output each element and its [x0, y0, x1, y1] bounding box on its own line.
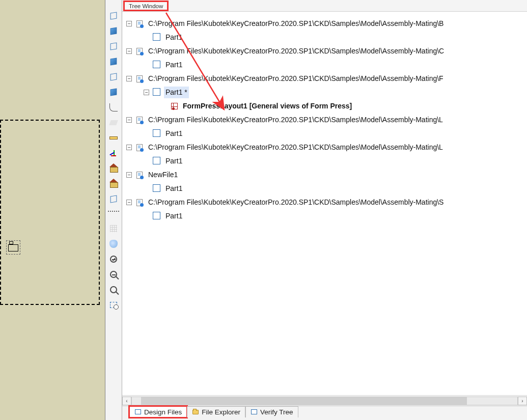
part-label: Part1	[164, 210, 184, 222]
cube-shaded-icon[interactable]	[107, 24, 120, 38]
part-label: Part1	[164, 32, 184, 43]
cube-section-icon[interactable]	[107, 86, 120, 99]
layout-label: FormPressLayout1 [General views of Form …	[181, 100, 353, 112]
tree-panel: Tree Window − C:\Program Files\Kubotek\K…	[122, 0, 527, 420]
collapse-icon[interactable]: −	[126, 172, 132, 178]
glove-icon[interactable]	[107, 237, 120, 250]
part-icon	[153, 157, 161, 165]
tree-file-node[interactable]: − C:\Program Files\Kubotek\KeyCreatorPro…	[126, 44, 527, 58]
tree-part-node[interactable]: Part1	[126, 154, 527, 168]
drawing-viewport[interactable]	[0, 0, 105, 420]
bottom-tabs: Design Files File Explorer Verify Tree	[122, 406, 527, 420]
tab-verify-tree[interactable]: Verify Tree	[245, 406, 298, 417]
tree-file-node[interactable]: − C:\Program Files\Kubotek\KeyCreatorPro…	[126, 17, 527, 31]
file-icon	[135, 20, 144, 28]
cube-iso-icon[interactable]	[107, 192, 120, 206]
tree-window-title[interactable]: Tree Window	[124, 2, 168, 10]
tab-file-explorer[interactable]: File Explorer	[187, 406, 245, 417]
tree-part-node[interactable]: Part1	[126, 209, 527, 223]
tree-leaf-icon	[144, 213, 149, 219]
file-icon	[135, 144, 144, 152]
zoom-out-icon[interactable]	[107, 268, 120, 281]
tab-label: File Explorer	[202, 408, 240, 416]
zoom-fit-icon[interactable]	[107, 283, 120, 296]
part-icon	[153, 34, 161, 42]
part-label: Part1	[164, 128, 184, 139]
zoom-in-icon[interactable]	[107, 253, 120, 266]
tree-file-node[interactable]: − C:\Program Files\Kubotek\KeyCreatorPro…	[126, 72, 527, 86]
collapse-icon[interactable]: −	[144, 90, 149, 95]
tree-file-node[interactable]: − C:\Program Files\Kubotek\KeyCreatorPro…	[126, 195, 527, 209]
drawing-frame	[0, 120, 100, 305]
tree-file-node[interactable]: − C:\Program Files\Kubotek\KeyCreatorPro…	[126, 141, 527, 154]
collapse-icon[interactable]: −	[126, 117, 132, 123]
collapse-icon[interactable]: −	[126, 145, 132, 150]
collapse-icon[interactable]: −	[126, 200, 132, 205]
part-icon	[153, 61, 161, 69]
file-icon	[135, 171, 144, 179]
tree-part-node[interactable]: − Part1 *	[126, 86, 527, 99]
plane-icon[interactable]	[107, 116, 120, 129]
tree-file-node[interactable]: − NewFile1	[126, 168, 527, 182]
grid-icon[interactable]	[107, 222, 120, 235]
view-toolbar	[105, 0, 122, 420]
tree-area[interactable]: − C:\Program Files\Kubotek\KeyCreatorPro…	[122, 12, 527, 395]
ruler-icon[interactable]	[107, 131, 120, 145]
file-icon	[135, 47, 144, 55]
tree-part-node[interactable]: Part1	[126, 182, 527, 195]
file-icon	[135, 199, 144, 207]
home-set-icon[interactable]	[107, 177, 120, 190]
zoom-window-icon[interactable]	[107, 298, 120, 312]
axes-icon[interactable]	[107, 147, 120, 160]
tree-part-node[interactable]: Part1	[126, 58, 527, 72]
file-path-label: C:\Program Files\Kubotek\KeyCreatorPro.2…	[147, 18, 445, 30]
file-path-label: C:\Program Files\Kubotek\KeyCreatorPro.2…	[147, 73, 445, 85]
app-root: Tree Window − C:\Program Files\Kubotek\K…	[0, 0, 527, 420]
tab-label: Verify Tree	[260, 408, 293, 416]
collapse-icon[interactable]: −	[126, 21, 132, 26]
part-label: Part1 *	[164, 87, 189, 98]
tree-leaf-icon	[161, 103, 167, 109]
stack-icon	[134, 409, 142, 416]
spline-icon[interactable]	[107, 101, 120, 114]
part-label: Part1	[164, 155, 184, 167]
tree-leaf-icon	[144, 158, 149, 164]
collapse-icon[interactable]: −	[126, 48, 132, 54]
scroll-track[interactable]	[131, 397, 518, 405]
file-icon	[135, 75, 144, 83]
file-path-label: NewFile1	[147, 169, 179, 181]
cube-solid-icon[interactable]	[107, 55, 120, 68]
part-label: Part1	[164, 183, 184, 194]
tree-header-bar: Tree Window	[122, 0, 527, 12]
part-icon	[153, 185, 161, 193]
toolbar-separator	[108, 211, 119, 220]
horizontal-scrollbar[interactable]: ‹ ›	[122, 395, 527, 406]
stack-icon	[251, 409, 258, 416]
tree-layout-node[interactable]: FormPressLayout1 [General views of Form …	[126, 99, 527, 113]
cube-wire-icon[interactable]	[107, 9, 120, 22]
tree-part-node[interactable]: Part1	[126, 127, 527, 141]
part-icon	[153, 89, 161, 97]
home-icon[interactable]	[107, 162, 120, 175]
cube-edges-icon[interactable]	[107, 40, 120, 53]
folder-icon	[192, 409, 199, 416]
drawing-object[interactable]	[5, 239, 21, 256]
file-path-label: C:\Program Files\Kubotek\KeyCreatorPro.2…	[147, 114, 445, 126]
tree-leaf-icon	[144, 35, 149, 40]
tree-part-node[interactable]: Part1	[126, 31, 527, 44]
tree-file-node[interactable]: − C:\Program Files\Kubotek\KeyCreatorPro…	[126, 113, 527, 127]
tree-leaf-icon	[144, 186, 149, 191]
tab-design-files[interactable]: Design Files	[129, 406, 187, 417]
part-label: Part1	[164, 59, 184, 71]
scroll-right-button[interactable]: ›	[518, 397, 527, 405]
file-path-label: C:\Program Files\Kubotek\KeyCreatorPro.2…	[147, 45, 446, 57]
cube-ghost-icon[interactable]	[107, 70, 120, 83]
part-icon	[153, 212, 161, 220]
file-path-label: C:\Program Files\Kubotek\KeyCreatorPro.2…	[147, 142, 445, 153]
file-icon	[135, 116, 144, 124]
tree-leaf-icon	[144, 131, 149, 136]
tab-label: Design Files	[144, 408, 182, 416]
scroll-thumb[interactable]	[141, 397, 467, 405]
collapse-icon[interactable]: −	[126, 76, 132, 81]
scroll-left-button[interactable]: ‹	[122, 397, 131, 405]
